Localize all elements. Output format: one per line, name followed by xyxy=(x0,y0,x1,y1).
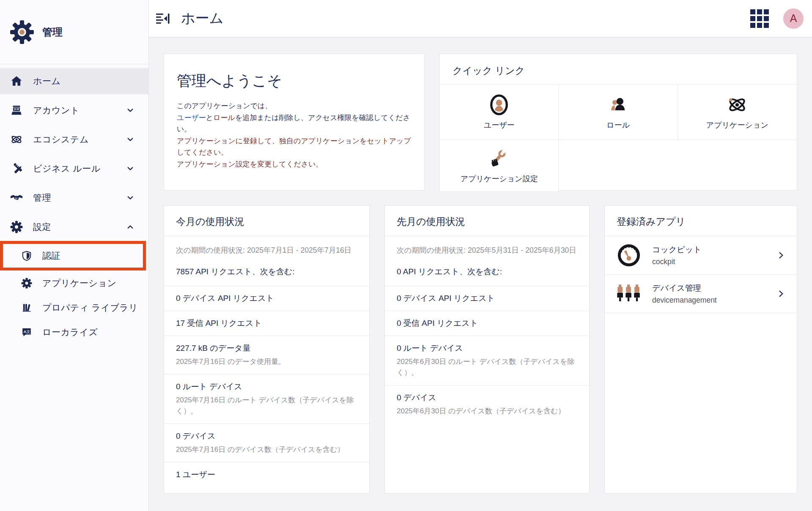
app-row-devicemanagement[interactable]: デバイス管理devicemanagement xyxy=(605,275,797,313)
current-usage-intro: 次の期間の使用状況: 2025年7月1日 - 2025年7月16日 7857 A… xyxy=(164,236,369,286)
app-name: コックピット xyxy=(652,244,702,255)
top-card-row: 管理へようこそ このアプリケーションでは、ユーザーとロールを追加または削除し、ア… xyxy=(164,54,797,191)
usage-row-subtitle: 2025年7月16日 のデバイス数（子デバイスを含む） xyxy=(176,444,357,455)
sidebar: 管理 ホームアカウントエコシステムビジネス ルール管理設定認証アプリケーションプ… xyxy=(0,0,149,511)
home-icon xyxy=(10,75,23,87)
navbar-right: A xyxy=(750,8,804,29)
registered-apps-list: コックピットcockpitデバイス管理devicemanagement xyxy=(605,236,797,313)
usage-row-title: 0 デバイス xyxy=(176,431,357,442)
quick-links-card: クイック リンク ユーザーロールアプリケーションアプリケーション設定 xyxy=(439,54,797,191)
usage-row-title: 0 受信 API リクエスト xyxy=(397,318,577,329)
welcome-title: 管理へようこそ xyxy=(177,71,411,91)
quick-link-4[interactable]: アプリケーション設定 xyxy=(440,140,559,192)
current-usage-card: 今月の使用状況 次の期間の使用状況: 2025年7月1日 - 2025年7月16… xyxy=(164,205,370,494)
app-row-text: デバイス管理devicemanagement xyxy=(652,283,717,305)
usage-period: 次の期間の使用状況: 2025年5月31日 - 2025年6月30日 xyxy=(397,245,577,256)
usage-row: 0 デバイス API リクエスト xyxy=(164,286,369,311)
app-key: cockpit xyxy=(652,257,702,266)
gear-icon xyxy=(10,20,34,44)
library-icon xyxy=(21,302,32,313)
main-area: ホーム A 管理へようこそ このアプリケーションでは、ユーザーとロールを追加また… xyxy=(149,0,812,511)
sidebar-item-applications[interactable]: アプリケーション xyxy=(0,271,148,295)
previous-usage-card: 先月の使用状況 次の期間の使用状況: 2025年5月31日 - 2025年6月3… xyxy=(384,205,590,494)
svg-text:文: 文 xyxy=(27,330,30,334)
sidebar-item-accounts[interactable]: アカウント xyxy=(0,97,148,123)
usage-row-subtitle: 2025年7月16日 のルート デバイス数（子デバイスを除く）。 xyxy=(176,395,357,417)
usage-row: 0 受信 API リクエスト xyxy=(385,311,589,336)
inline-link[interactable]: アプリケーション設定 xyxy=(177,160,250,168)
previous-usage-title: 先月の使用状況 xyxy=(385,206,589,236)
chevron-down-icon xyxy=(126,136,134,143)
sidebar-item-label: 設定 xyxy=(33,221,51,233)
usage-row-title: 0 デバイス API リクエスト xyxy=(176,293,357,304)
sidebar-item-authentication[interactable]: 認証 xyxy=(0,244,148,268)
sidebar-item-settings[interactable]: 設定 xyxy=(0,214,148,240)
usage-row: 17 受信 API リクエスト xyxy=(164,311,369,336)
admin-application: 管理 ホームアカウントエコシステムビジネス ルール管理設定認証アプリケーションプ… xyxy=(0,0,812,511)
collapse-navigator-icon[interactable] xyxy=(156,11,170,26)
sidebar-item-label: ローカライズ xyxy=(42,326,98,338)
usage-row-title: 0 ルート デバイス xyxy=(397,343,577,354)
quick-link-3[interactable]: アプリケーション xyxy=(678,85,797,140)
sidebar-item-label: アプリケーション xyxy=(42,277,116,289)
sidebar-item-label: アカウント xyxy=(33,104,80,116)
user-circle-icon xyxy=(488,94,510,116)
welcome-text-segment: を変更してください。 xyxy=(250,160,323,168)
svg-text:A: A xyxy=(23,329,26,334)
sidebar-item-home[interactable]: ホーム xyxy=(0,68,148,94)
chevron-down-icon xyxy=(126,165,134,172)
localization-icon: A文 xyxy=(21,327,32,338)
quick-link-label: アプリケーション xyxy=(706,120,768,130)
accounts-icon xyxy=(10,104,23,117)
plugs-icon xyxy=(617,281,641,306)
app-key: devicemanagement xyxy=(652,296,717,305)
sidebar-item-management[interactable]: 管理 xyxy=(0,185,148,211)
welcome-text-segment: と xyxy=(206,114,213,122)
top-navbar: ホーム A xyxy=(149,0,812,37)
applications-atom-icon xyxy=(726,94,748,116)
chevron-right-icon xyxy=(777,290,785,298)
usage-row-subtitle: 2025年6月30日 のデバイス数（子デバイスを含む） xyxy=(397,406,577,417)
sidebar-item-ecosystem[interactable]: エコシステム xyxy=(0,126,148,153)
sidebar-item-label: 認証 xyxy=(42,250,60,262)
app-switcher-grid-icon[interactable] xyxy=(750,9,769,28)
inline-link[interactable]: ロール xyxy=(213,114,235,122)
usage-row-title: 0 ルート デバイス xyxy=(176,381,357,392)
sidebar-nav: ホームアカウントエコシステムビジネス ルール管理設定認証アプリケーションプロパテ… xyxy=(0,64,148,344)
user-avatar[interactable]: A xyxy=(783,8,804,29)
usage-row-title: 0 デバイス API リクエスト xyxy=(397,293,577,304)
usage-period: 次の期間の使用状況: 2025年7月1日 - 2025年7月16日 xyxy=(176,245,357,256)
sidebar-item-business-rules[interactable]: ビジネス ルール xyxy=(0,156,148,182)
inline-link[interactable]: ユーザー xyxy=(177,114,206,122)
gauge-icon xyxy=(617,243,641,268)
registered-apps-title: 登録済みアプリ xyxy=(605,206,797,236)
sidebar-item-property-library[interactable]: プロパティ ライブラリ xyxy=(0,296,148,320)
app-row-cockpit[interactable]: コックピットcockpit xyxy=(605,236,797,275)
usage-row: 0 デバイス2025年6月30日 のデバイス数（子デバイスを含む） xyxy=(385,385,589,424)
chevron-up-icon xyxy=(126,223,134,231)
quick-links-grid: ユーザーロールアプリケーションアプリケーション設定 xyxy=(440,84,797,192)
chevron-down-icon xyxy=(126,194,134,202)
usage-summary: 0 API リクエスト、次を含む: xyxy=(397,266,577,277)
quick-link-2[interactable]: ロール xyxy=(559,85,678,140)
page-content: 管理へようこそ このアプリケーションでは、ユーザーとロールを追加または削除し、ア… xyxy=(149,37,812,511)
app-brand[interactable]: 管理 xyxy=(0,0,148,64)
app-name: デバイス管理 xyxy=(652,283,717,294)
sidebar-item-label: ホーム xyxy=(33,75,60,87)
inline-link[interactable]: アプリケーション xyxy=(177,137,236,145)
sidebar-item-localization[interactable]: A文ローカライズ xyxy=(0,320,148,344)
ecosystem-icon xyxy=(10,133,23,146)
usage-row-subtitle: 2025年7月16日 のデータ使用量。 xyxy=(176,356,357,367)
chevron-right-icon xyxy=(777,251,785,259)
roles-icon xyxy=(607,94,629,116)
quick-link-label: ロール xyxy=(606,120,630,130)
usage-row-subtitle: 2025年6月30日 のルート デバイス数（子デバイスを除く）。 xyxy=(397,356,577,378)
usage-row: 0 ルート デバイス2025年6月30日 のルート デバイス数（子デバイスを除く… xyxy=(385,336,589,385)
usage-row-title: 0 デバイス xyxy=(397,392,577,403)
sidebar-item-label: ビジネス ルール xyxy=(33,163,101,175)
welcome-text-segment: このアプリケーションでは、 xyxy=(177,102,272,110)
previous-usage-rows: 0 デバイス API リクエスト0 受信 API リクエスト0 ルート デバイス… xyxy=(385,286,589,424)
usage-row-title: 17 受信 API リクエスト xyxy=(176,318,357,329)
sidebar-item-label: プロパティ ライブラリ xyxy=(42,302,138,314)
quick-link-1[interactable]: ユーザー xyxy=(440,85,559,140)
